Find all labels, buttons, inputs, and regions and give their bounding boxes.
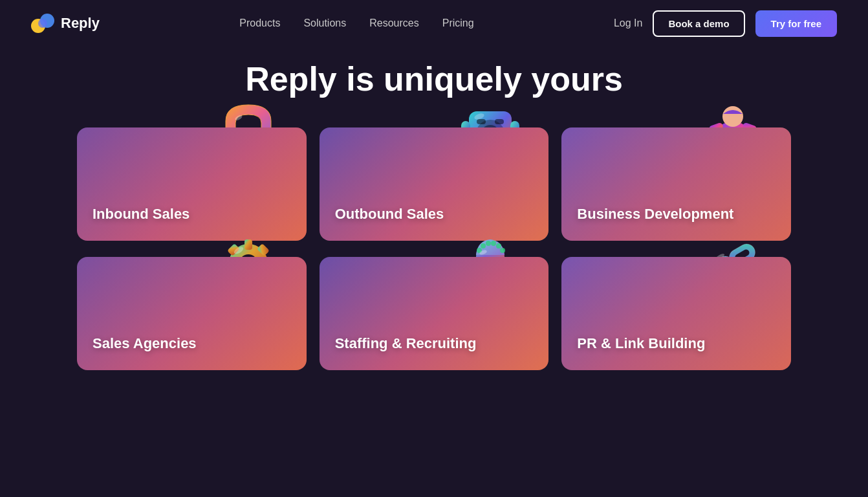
cards-grid: Inbound Sales [46, 124, 822, 396]
nav-right: Log In Book a demo Try for free [614, 10, 837, 37]
card-inner-staffing: Staffing & Recruiting [320, 257, 549, 370]
card-label-inbound: Inbound Sales [92, 206, 190, 223]
svg-rect-13 [495, 119, 504, 124]
nav-products[interactable]: Products [239, 17, 280, 28]
svg-rect-24 [244, 239, 252, 250]
try-free-button[interactable]: Try for free [755, 10, 837, 37]
svg-rect-12 [477, 119, 486, 124]
card-sales-agencies[interactable]: Sales Agencies [77, 254, 307, 370]
svg-point-16 [722, 106, 743, 127]
svg-point-39 [481, 243, 486, 248]
book-demo-button[interactable]: Book a demo [653, 10, 744, 37]
svg-point-2 [38, 19, 47, 28]
nav-solutions[interactable]: Solutions [303, 17, 346, 28]
card-label-pr: PR & Link Building [577, 335, 705, 352]
card-inner-agencies: Sales Agencies [77, 257, 307, 370]
svg-point-42 [496, 243, 501, 248]
logo-icon [31, 12, 54, 35]
nav-resources[interactable]: Resources [369, 17, 418, 28]
card-staffing-recruiting[interactable]: Staffing & Recruiting [320, 254, 549, 370]
card-label-outbound: Outbound Sales [335, 206, 444, 223]
card-pr-link[interactable]: PR & Link Building [561, 254, 791, 370]
svg-point-41 [491, 241, 496, 246]
nav-links: Products Solutions Resources Pricing [239, 17, 473, 29]
svg-point-40 [486, 241, 491, 246]
login-button[interactable]: Log In [614, 17, 642, 29]
navbar: Reply Products Solutions Resources Prici… [0, 0, 868, 47]
nav-pricing[interactable]: Pricing [442, 17, 474, 28]
card-label-agencies: Sales Agencies [92, 335, 197, 352]
card-inner-pr: PR & Link Building [561, 257, 791, 370]
logo-text: Reply [61, 15, 100, 32]
svg-point-43 [500, 248, 505, 253]
card-label-bizdev: Business Development [577, 206, 733, 223]
logo-link[interactable]: Reply [31, 12, 100, 35]
card-label-staffing: Staffing & Recruiting [335, 335, 477, 352]
